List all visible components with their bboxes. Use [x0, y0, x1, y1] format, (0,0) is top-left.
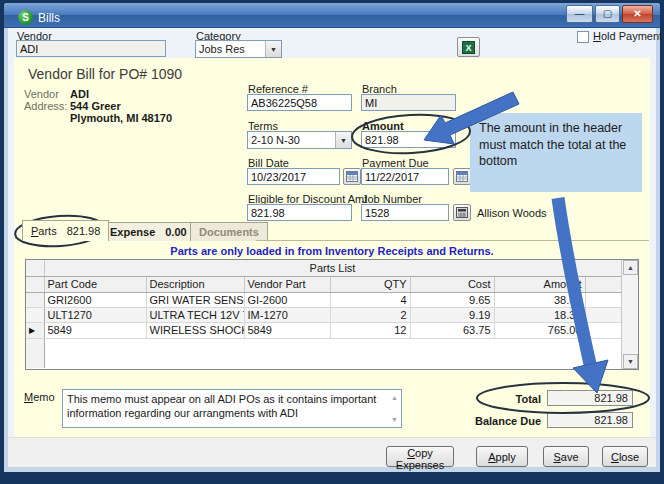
maximize-button[interactable]: ▢	[595, 5, 620, 23]
memo-textarea[interactable]: This memo must appear on all ADI POs as …	[62, 389, 402, 428]
payment-due-calendar-button[interactable]	[453, 168, 471, 185]
tab-parts-label: Parts	[31, 225, 57, 237]
close-icon: ✕	[633, 8, 641, 19]
memo-scroll-up-icon: ▲	[391, 393, 398, 402]
cell-qty[interactable]: 12	[330, 322, 410, 338]
balance-due-field: 821.98	[547, 412, 633, 428]
vendor-name: ADI	[70, 88, 89, 100]
terms-value: 2-10 N-30	[248, 134, 335, 146]
calendar-icon	[456, 171, 468, 182]
parts-table: Parts List Part Code Description Vendor …	[26, 260, 622, 368]
cell-qty[interactable]: 4	[330, 292, 410, 307]
cell-part-code[interactable]: 5849	[44, 322, 146, 338]
reference-input[interactable]	[247, 94, 352, 111]
bill-date-input[interactable]	[247, 168, 340, 185]
cell-cost[interactable]: 63.75	[410, 322, 494, 338]
selector-header	[26, 260, 44, 276]
branch-input	[361, 94, 456, 111]
terms-select[interactable]: 2-10 N-30 ▼	[247, 131, 352, 149]
minimize-button[interactable]: —	[566, 5, 593, 23]
category-select[interactable]: Jobs Res ▼	[195, 40, 282, 58]
excel-icon: X	[462, 41, 475, 54]
parts-notice: Parts are only loaded in from Inventory …	[14, 245, 650, 257]
memo-text: This memo must appear on all ADI POs as …	[67, 393, 376, 419]
cell-qty[interactable]: 2	[330, 307, 410, 322]
hold-payment-checkbox[interactable]	[577, 31, 589, 43]
minimize-icon: —	[575, 8, 585, 19]
maximize-icon: ▢	[603, 8, 612, 19]
tab-parts-amount: 821.98	[67, 225, 101, 237]
payment-due-input[interactable]	[361, 168, 449, 185]
scroll-up-icon: ▲	[627, 264, 634, 271]
table-row[interactable]: ▶ 5849 WIRELESS SHOCK/GLAS 5849 12 63.75…	[26, 322, 621, 338]
scroll-up-button[interactable]: ▲	[623, 260, 638, 275]
calendar-icon	[346, 171, 358, 182]
vendor-input	[16, 40, 166, 57]
copy-expenses-button[interactable]: Copy Expenses	[386, 446, 454, 467]
current-row-icon: ▶	[29, 326, 35, 335]
address-info-label: Address:	[24, 100, 67, 112]
col-spare	[585, 276, 621, 292]
cell-part-code[interactable]: ULT1270	[44, 307, 146, 322]
cell-amount[interactable]: 38.60	[494, 292, 585, 307]
cell-part-code[interactable]: GRI2600	[44, 292, 146, 307]
cell-vendor-part[interactable]: IM-1270	[244, 307, 330, 322]
cell-vendor-part[interactable]: 5849	[244, 322, 330, 338]
apply-button[interactable]: Apply	[476, 446, 528, 467]
cell-cost[interactable]: 9.65	[410, 292, 494, 307]
tab-expense[interactable]: Expense 0.00	[101, 222, 196, 241]
close-button[interactable]: ✕	[622, 5, 653, 23]
bill-date-calendar-button[interactable]	[343, 168, 361, 185]
hold-payment-label: Hold Payment	[593, 30, 662, 42]
tab-parts[interactable]: Parts 821.98	[22, 220, 109, 241]
memo-label: Memo	[24, 391, 55, 403]
page-title: Vendor Bill for PO# 1090	[28, 66, 182, 82]
col-description: Description	[146, 276, 244, 292]
tab-baseline	[256, 240, 649, 241]
table-title: Parts List	[44, 260, 621, 276]
annotation-callout: The amount in the header must match the …	[470, 113, 642, 192]
cell-description[interactable]: WIRELESS SHOCK/GLAS	[146, 322, 244, 338]
table-row[interactable]: GRI2600 GRI WATER SENSOR GI-2600 4 9.65 …	[26, 292, 621, 307]
tab-documents[interactable]: Documents	[190, 222, 268, 241]
job-lookup-button[interactable]	[453, 204, 471, 221]
cell-amount[interactable]: 765.00	[494, 322, 585, 338]
chevron-down-icon: ▼	[265, 41, 281, 57]
col-qty: QTY	[330, 276, 410, 292]
col-cost: Cost	[410, 276, 494, 292]
vendor-info-label: Vendor	[24, 88, 59, 100]
parts-grid: Parts List Part Code Description Vendor …	[25, 259, 639, 370]
scroll-down-icon: ▼	[627, 358, 634, 365]
col-amount: Amount	[494, 276, 585, 292]
app-icon: S	[18, 10, 33, 25]
address-line1: 544 Greer	[70, 100, 121, 112]
cell-cost[interactable]: 9.19	[410, 307, 494, 322]
category-value: Jobs Res	[196, 43, 265, 55]
export-excel-button[interactable]: X	[457, 37, 480, 57]
vertical-scrollbar[interactable]: ▲ ▼	[621, 260, 638, 369]
annotation-text: The amount in the header must match the …	[479, 121, 626, 168]
cell-amount[interactable]: 18.38	[494, 307, 585, 322]
cell-description[interactable]: ULTRA TECH 12V 7AH B.	[146, 307, 244, 322]
cell-vendor-part[interactable]: GI-2600	[244, 292, 330, 307]
col-vendor-part: Vendor Part	[244, 276, 330, 292]
cell-description[interactable]: GRI WATER SENSOR	[146, 292, 244, 307]
close-bill-button[interactable]: Close	[602, 446, 648, 467]
col-part-code: Part Code	[44, 276, 146, 292]
balance-due-label: Balance Due	[441, 415, 541, 427]
job-assignee: Allison Woods	[477, 207, 547, 219]
job-lookup-icon	[456, 207, 468, 218]
total-field: 821.98	[547, 390, 633, 406]
table-row[interactable]: ULT1270 ULTRA TECH 12V 7AH B. IM-1270 2 …	[26, 307, 621, 322]
job-number-input[interactable]	[361, 204, 449, 221]
selector-header	[26, 276, 44, 292]
discount-input[interactable]	[247, 204, 352, 221]
save-button[interactable]: Save	[543, 446, 589, 467]
amount-input[interactable]	[361, 131, 456, 148]
address-line2: Plymouth, MI 48170	[70, 112, 172, 124]
scroll-down-button[interactable]: ▼	[623, 354, 638, 369]
memo-scroll-down-icon: ▼	[391, 415, 398, 424]
chevron-down-icon: ▼	[335, 132, 351, 148]
title-bar[interactable]: S Bills	[4, 3, 660, 28]
total-label: Total	[461, 393, 541, 405]
